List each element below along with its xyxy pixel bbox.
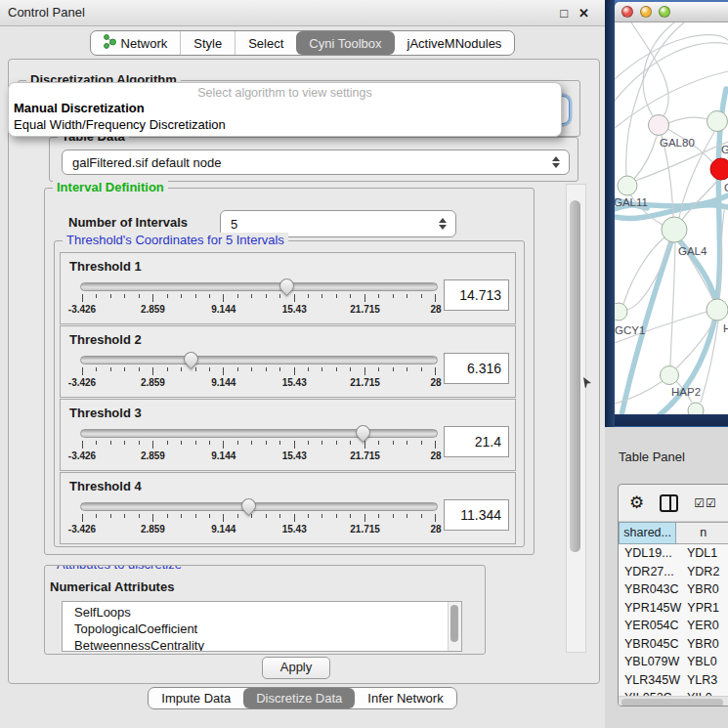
network-edge[interactable] [626, 241, 670, 310]
dropdown-options: Manual DiscretizationEqual Width/Frequen… [9, 100, 561, 133]
network-edge[interactable] [670, 242, 675, 365]
network-node-gcy1[interactable] [615, 303, 627, 321]
table-row[interactable]: YPR145WYPR1 [619, 601, 728, 620]
bottom-tab-bar: Impute DataDiscretize DataInfer Network [0, 687, 605, 709]
table-row[interactable]: YBR045CYBR0 [619, 637, 728, 656]
slider-track[interactable] [80, 429, 438, 438]
table-row[interactable]: YER054CYER0 [619, 619, 728, 637]
threshold-value-field[interactable] [444, 499, 509, 531]
table-data-combobox[interactable]: galFiltered.sif default node [62, 150, 570, 175]
tab-infer-network[interactable]: Infer Network [355, 688, 455, 708]
tabset-top: NetworkStyleSelectCyni ToolboxjActiveMNo… [90, 30, 516, 56]
table-header-row: shared... n [619, 522, 728, 544]
stepper-arrows-icon [439, 218, 447, 230]
slider-ticks [82, 514, 436, 523]
attribute-item[interactable]: TopologicalCoefficient [74, 621, 461, 637]
tab-label: jActiveMNodules [407, 36, 502, 51]
table-hscrollbar[interactable] [619, 696, 728, 707]
column-header-shared-name[interactable]: shared... [619, 522, 676, 544]
right-region: GAL80GACGAL11GAL4GCY1HHAP2 Table Panel ⚙… [605, 0, 728, 728]
column-header-name[interactable]: n [676, 522, 728, 544]
table-rows: YDL19...YDL1YDR27...YDR2YBR043CYBR0YPR14… [619, 544, 728, 696]
close-icon[interactable]: ✕ [578, 6, 589, 21]
table-row[interactable]: YLR345WYLR3 [619, 673, 728, 692]
network-node-gal11[interactable] [618, 176, 637, 195]
columns-icon[interactable] [660, 494, 678, 512]
scrollbar-thumb[interactable] [450, 605, 458, 642]
table-row[interactable]: YBR043CYBR0 [619, 582, 728, 601]
panel-title: Control Panel [8, 5, 85, 20]
tab-style[interactable]: Style [180, 31, 235, 55]
network-edge[interactable] [615, 381, 663, 404]
zoom-traffic-light-icon[interactable] [659, 6, 670, 18]
float-window-icon[interactable]: □ [560, 6, 568, 21]
gear-icon[interactable]: ⚙ [629, 494, 644, 511]
slider-ticks [82, 294, 436, 303]
network-node-gal80[interactable] [649, 115, 669, 136]
network-edge[interactable] [623, 237, 664, 304]
tab-jactivemnodules[interactable]: jActiveMNodules [395, 31, 515, 55]
panel-scrollbar[interactable] [566, 184, 586, 653]
apply-button[interactable]: Apply [262, 657, 330, 679]
threshold-value-field[interactable] [444, 426, 509, 457]
combo-value: 5 [221, 217, 439, 232]
list-scrollbar[interactable] [448, 602, 461, 651]
dropdown-option-equal-width-frequency-discretization[interactable]: Equal Width/Frequency Discretization [9, 116, 561, 133]
network-edge[interactable] [626, 22, 684, 176]
threshold-slider[interactable]: -3.4262.8599.14415.4321.71528 [80, 278, 438, 317]
network-node-hap2[interactable] [661, 366, 679, 385]
tab-select[interactable]: Select [235, 31, 296, 55]
network-window-bottom-edge [615, 414, 728, 426]
network-edge[interactable] [668, 117, 707, 123]
threshold-value-field[interactable] [444, 279, 509, 311]
slider-track[interactable] [80, 282, 438, 291]
network-node-c[interactable] [710, 158, 728, 180]
threshold-panel: Threshold 3 -3.4262.8599.14415.4321.7152… [60, 399, 516, 471]
algorithm-dropdown-popup: Select algorithm to view settings Manual… [8, 82, 562, 137]
cell-shared-name: YER054C [619, 619, 681, 637]
threshold-value-field[interactable] [444, 353, 509, 384]
attribute-item[interactable]: BetweennessCentrality [74, 637, 461, 652]
tab-cyni-toolbox[interactable]: Cyni Toolbox [296, 31, 394, 55]
threshold-slider[interactable]: -3.4262.8599.14415.4321.71528 [80, 351, 438, 390]
network-canvas[interactable]: GAL80GACGAL11GAL4GCY1HHAP2 [615, 22, 728, 414]
cell-name: YDL1 [681, 546, 728, 565]
threshold-panel: Threshold 1 -3.4262.8599.14415.4321.7152… [60, 252, 516, 324]
slider-scale: -3.4262.8599.14415.4321.71528 [82, 524, 436, 535]
network-edge[interactable] [615, 35, 728, 79]
network-node-ga[interactable] [707, 111, 728, 132]
select-checkboxes-icon[interactable]: ☑☑ [694, 496, 717, 510]
slider-track[interactable] [80, 502, 438, 511]
tab-discretize-data[interactable]: Discretize Data [243, 688, 355, 708]
table-row[interactable]: YBL079WYBL0 [619, 655, 728, 673]
numerical-attributes-list[interactable]: SelfLoopsTopologicalCoefficientBetweenne… [62, 601, 462, 652]
scrollbar-thumb[interactable] [621, 699, 723, 707]
dropdown-option-manual-discretization[interactable]: Manual Discretization [9, 100, 561, 116]
tab-impute-data[interactable]: Impute Data [149, 688, 243, 708]
network-node-gal4[interactable] [662, 217, 687, 242]
table-row[interactable]: YDR27...YDR2 [619, 565, 728, 583]
network-node[interactable] [688, 403, 704, 414]
network-node-h[interactable] [707, 299, 728, 321]
slider-thumb[interactable] [277, 276, 297, 296]
network-window-titlebar[interactable] [615, 2, 728, 22]
threshold-slider[interactable]: -3.4262.8599.14415.4321.71528 [80, 424, 438, 463]
network-icon [104, 34, 116, 52]
threshold-panel: Threshold 2 -3.4262.8599.14415.4321.7152… [60, 325, 516, 398]
scrollbar-thumb[interactable] [570, 200, 580, 552]
slider-thumb[interactable] [181, 349, 201, 369]
cell-shared-name: YBR045C [619, 637, 681, 656]
minimize-traffic-light-icon[interactable] [640, 6, 652, 18]
network-edge[interactable] [634, 136, 657, 179]
table-row[interactable]: YDL19...YDL1 [619, 546, 728, 565]
slider-thumb[interactable] [238, 495, 259, 516]
group-title: Attributes to discretize [53, 565, 186, 572]
tab-label: Style [193, 36, 222, 51]
network-edge[interactable] [631, 22, 668, 116]
slider-track[interactable] [80, 356, 438, 364]
tab-network[interactable]: Network [91, 31, 181, 55]
threshold-slider[interactable]: -3.4262.8599.14415.4321.71528 [80, 497, 438, 536]
slider-thumb[interactable] [353, 422, 373, 443]
close-traffic-light-icon[interactable] [621, 6, 633, 18]
attribute-item[interactable]: SelfLoops [74, 604, 461, 621]
